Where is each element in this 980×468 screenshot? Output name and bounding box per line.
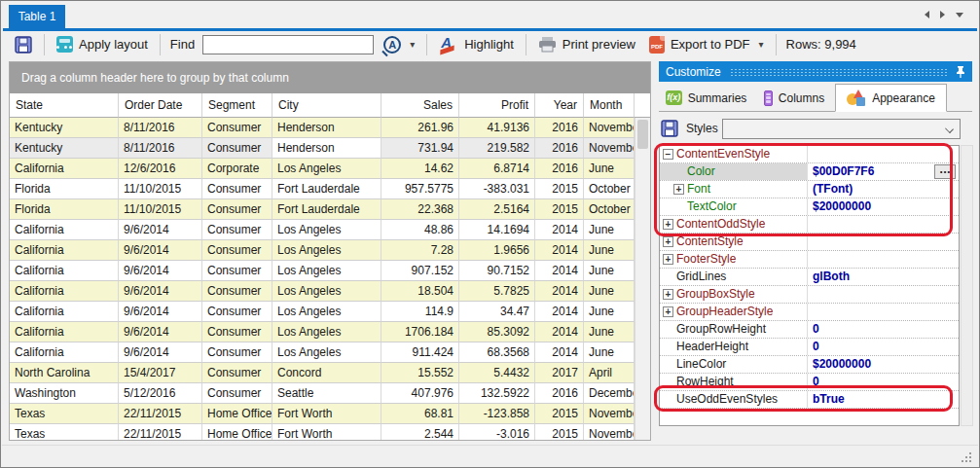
- cell[interactable]: 2.5164: [459, 199, 535, 220]
- cell[interactable]: Concord: [272, 363, 381, 383]
- cell[interactable]: California: [10, 261, 119, 281]
- cell[interactable]: -3.016: [459, 424, 535, 440]
- cell[interactable]: November: [584, 424, 635, 440]
- table-row[interactable]: Florida11/10/2015ConsumerFort Lauderdale…: [10, 179, 635, 199]
- cell[interactable]: 9/6/2014: [119, 261, 202, 281]
- tab-columns[interactable]: Columns: [753, 85, 835, 111]
- cell[interactable]: North Carolina: [10, 363, 119, 383]
- cell[interactable]: June: [584, 342, 635, 363]
- cell[interactable]: California: [10, 322, 119, 342]
- cell[interactable]: 15.552: [381, 363, 459, 383]
- expand-icon[interactable]: +: [663, 289, 673, 300]
- cell[interactable]: Fort Lauderdale: [272, 199, 381, 220]
- table-row[interactable]: Kentucky8/11/2016ConsumerHenderson261.96…: [10, 118, 635, 138]
- cell[interactable]: June: [584, 159, 635, 179]
- cell[interactable]: 911.424: [381, 342, 459, 363]
- highlight-button[interactable]: A Highlight: [435, 34, 518, 55]
- cell[interactable]: 14.1694: [459, 220, 535, 240]
- cell[interactable]: 18.504: [381, 281, 459, 302]
- cell[interactable]: 2014: [535, 322, 584, 342]
- cell[interactable]: 14.62: [381, 159, 459, 179]
- expand-icon[interactable]: +: [663, 306, 673, 317]
- cell[interactable]: 7.28: [381, 240, 459, 261]
- cell[interactable]: 11/10/2015: [119, 199, 202, 220]
- group-by-drop-zone[interactable]: Drag a column header here to group by th…: [10, 62, 650, 93]
- cell[interactable]: Consumer: [202, 322, 272, 342]
- cell[interactable]: 731.94: [381, 138, 459, 159]
- cell[interactable]: 41.9136: [459, 118, 535, 138]
- column-header-profit[interactable]: Profit: [459, 93, 535, 118]
- cell[interactable]: 907.152: [381, 261, 459, 281]
- cell[interactable]: Los Angeles: [272, 322, 381, 342]
- cell[interactable]: 219.582: [459, 138, 535, 159]
- expand-icon[interactable]: +: [663, 254, 673, 265]
- cell[interactable]: 8/11/2016: [119, 118, 202, 138]
- property-row-footerstyle[interactable]: +FooterStyle: [660, 251, 959, 269]
- property-value[interactable]: 0: [813, 375, 819, 388]
- property-row-groupheaderstyle[interactable]: +GroupHeaderStyle: [660, 304, 959, 321]
- cell[interactable]: 132.5922: [459, 383, 535, 404]
- cell[interactable]: 34.47: [459, 302, 535, 322]
- cell[interactable]: Washington: [10, 383, 119, 404]
- cell[interactable]: California: [10, 220, 119, 240]
- cell[interactable]: 2015: [535, 199, 584, 220]
- cell[interactable]: 15/4/2017: [119, 363, 202, 383]
- cell[interactable]: Los Angeles: [272, 302, 381, 322]
- cell[interactable]: California: [10, 281, 119, 302]
- cell[interactable]: 9/6/2014: [119, 322, 202, 342]
- property-row-groupboxstyle[interactable]: +GroupBoxStyle: [660, 286, 959, 304]
- cell[interactable]: 9/6/2014: [119, 281, 202, 302]
- property-row-linecolor[interactable]: LineColor$20000000: [660, 356, 959, 374]
- tab-list-dropdown-icon[interactable]: [956, 13, 963, 18]
- cell[interactable]: Los Angeles: [272, 220, 381, 240]
- cell[interactable]: Home Office: [202, 424, 272, 440]
- property-row-headerheight[interactable]: HeaderHeight0: [660, 339, 959, 356]
- cell[interactable]: -123.858: [459, 404, 535, 424]
- cell[interactable]: 2015: [535, 179, 584, 199]
- print-preview-button[interactable]: Print preview: [534, 35, 639, 54]
- cell[interactable]: 6.8714: [459, 159, 535, 179]
- cell[interactable]: November: [584, 404, 635, 424]
- property-row-font[interactable]: +Font(TFont): [660, 181, 959, 198]
- cell[interactable]: 957.5775: [381, 179, 459, 199]
- cell[interactable]: Henderson: [272, 138, 381, 159]
- cell[interactable]: October: [584, 199, 635, 220]
- cell[interactable]: Los Angeles: [272, 159, 381, 179]
- tab-summaries[interactable]: f(x) Summaries: [659, 85, 753, 111]
- cell[interactable]: Texas: [10, 404, 119, 424]
- cell[interactable]: 2014: [535, 240, 584, 261]
- column-header-year[interactable]: Year: [535, 93, 584, 118]
- property-grid-scrollbar[interactable]: [961, 145, 973, 426]
- property-value[interactable]: 0: [813, 322, 819, 336]
- property-row-color[interactable]: Color$00D0F7F6…: [660, 163, 959, 181]
- cell[interactable]: Consumer: [202, 363, 272, 383]
- cell[interactable]: Home Office: [202, 404, 272, 424]
- cell[interactable]: 407.976: [381, 383, 459, 404]
- cell[interactable]: October: [584, 179, 635, 199]
- property-value[interactable]: (TFont): [813, 182, 853, 196]
- cell[interactable]: California: [10, 342, 119, 363]
- tab-table-1[interactable]: Table 1: [9, 5, 65, 28]
- cell[interactable]: 2016: [535, 138, 584, 159]
- property-row-contentoddstyle[interactable]: +ContentOddStyle: [660, 216, 959, 234]
- cell[interactable]: Fort Worth: [272, 424, 381, 440]
- cell[interactable]: Consumer: [202, 118, 272, 138]
- cell[interactable]: 2.544: [381, 424, 459, 440]
- cell[interactable]: 5.4432: [459, 363, 535, 383]
- cell[interactable]: Los Angeles: [272, 281, 381, 302]
- scrollbar-thumb[interactable]: [637, 120, 648, 149]
- property-value[interactable]: $00D0F7F6: [813, 164, 874, 178]
- cell[interactable]: Los Angeles: [272, 342, 381, 363]
- cell[interactable]: Fort Lauderdale: [272, 179, 381, 199]
- property-value[interactable]: bTrue: [813, 392, 845, 406]
- save-style-button[interactable]: [661, 120, 678, 137]
- grid-vertical-scrollbar[interactable]: [635, 118, 650, 440]
- cell[interactable]: June: [584, 322, 635, 342]
- cell[interactable]: Consumer: [202, 261, 272, 281]
- cell[interactable]: 114.9: [381, 302, 459, 322]
- cell[interactable]: June: [584, 240, 635, 261]
- property-row-useoddevenstyles[interactable]: UseOddEvenStylesbTrue: [660, 391, 959, 409]
- cell[interactable]: 5/12/2016: [119, 383, 202, 404]
- table-row[interactable]: California12/6/2016CorporateLos Angeles1…: [10, 159, 635, 179]
- cell[interactable]: Consumer: [202, 302, 272, 322]
